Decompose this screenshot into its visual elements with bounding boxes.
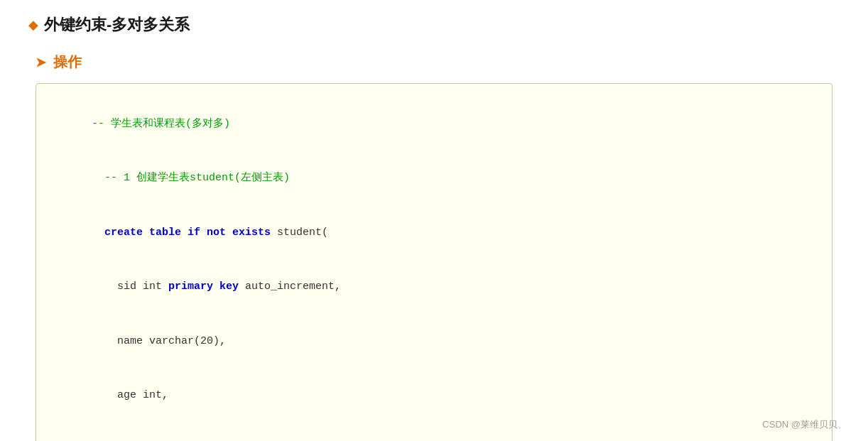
page-title: 外键约束-多对多关系: [44, 14, 190, 36]
normal-3: auto_increment,: [239, 281, 341, 293]
normal-2: sid: [92, 281, 143, 293]
type-int-1: int: [143, 281, 168, 293]
section-arrow: ➤: [36, 55, 46, 70]
code-line-3: create table if not exists student(: [53, 205, 815, 260]
section-title: 操作: [53, 53, 82, 72]
page-container: ◆ 外键约束-多对多关系 ➤ 操作 -- 学生表和课程表(多对多) -- 1 创…: [0, 0, 868, 441]
keyword-pk1: primary key: [168, 281, 239, 293]
title-diamond: ◆: [28, 17, 38, 33]
footer-text: CSDN @莱维贝贝、: [762, 419, 847, 430]
normal-1: student(: [271, 227, 328, 239]
code-block: -- 学生表和课程表(多对多) -- 1 创建学生表student(左侧主表) …: [36, 83, 832, 441]
code-line-5: name varchar(20),: [53, 314, 815, 369]
comment-2: -- 1 创建学生表student(左侧主表): [92, 172, 290, 184]
comment-1: -- 学生表和课程表(多对多): [92, 118, 230, 130]
footer: CSDN @莱维贝贝、: [762, 418, 847, 431]
code-line-4: sid int primary key auto_increment,: [53, 260, 815, 315]
code-line-6: age int,: [53, 369, 815, 423]
title-bar: ◆ 外键约束-多对多关系: [28, 14, 840, 36]
code-line-1: -- 学生表和课程表(多对多): [53, 97, 815, 151]
section-header: ➤ 操作: [36, 53, 840, 72]
keyword-create1: create table if not exists: [92, 227, 271, 239]
normal-4: name varchar(20),: [92, 335, 226, 347]
code-line-2: -- 1 创建学生表student(左侧主表): [53, 151, 815, 206]
code-line-7: gender varchar(20): [53, 423, 815, 441]
normal-5: age int,: [92, 389, 168, 401]
